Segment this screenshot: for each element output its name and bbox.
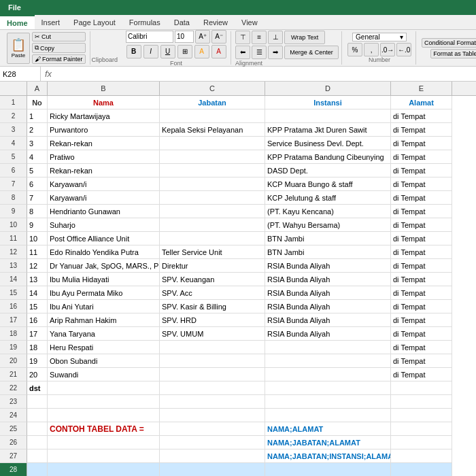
cell-r10-c4[interactable]: di Tempat — [391, 218, 452, 232]
row-header-9[interactable]: 9 — [0, 205, 27, 218]
align-right-button[interactable]: ➡ — [268, 46, 283, 59]
cell-r23-c1[interactable] — [48, 395, 160, 409]
cell-r24-c1[interactable] — [48, 409, 160, 422]
cell-r21-c1[interactable]: Suwandi — [48, 368, 160, 381]
cell-r12-c3[interactable]: BTN Jambi — [265, 245, 391, 259]
font-name-input[interactable] — [126, 31, 173, 43]
row-header-28[interactable]: 28 — [0, 463, 27, 476]
cell-r23-c3[interactable] — [265, 395, 391, 409]
cell-r2-c3[interactable] — [265, 109, 391, 123]
row-header-24[interactable]: 24 — [0, 409, 27, 422]
cell-r6-c0[interactable]: 5 — [27, 164, 48, 177]
cell-r10-c0[interactable]: 9 — [27, 218, 48, 232]
cell-r5-c3[interactable]: KPP Pratama Bandung Cibeunying — [265, 150, 391, 164]
row-header-4[interactable]: 4 — [0, 137, 27, 150]
cell-r16-c0[interactable]: 15 — [27, 300, 48, 313]
cell-r1-c0[interactable]: No — [27, 96, 48, 109]
cell-r2-c4[interactable]: di Tempat — [391, 109, 452, 123]
number-format-dropdown[interactable]: General ▾ — [352, 33, 407, 41]
conditional-formatting-button[interactable]: Conditional Formatting — [422, 38, 476, 48]
row-header-6[interactable]: 6 — [0, 164, 27, 177]
cell-r22-c3[interactable] — [265, 381, 391, 395]
cell-r13-c2[interactable]: Direktur — [160, 259, 265, 273]
col-header-d[interactable]: D — [265, 82, 391, 95]
row-header-3[interactable]: 3 — [0, 123, 27, 137]
cell-r19-c0[interactable]: 18 — [27, 341, 48, 354]
cell-r25-c4[interactable] — [391, 422, 452, 436]
cell-r26-c1[interactable] — [48, 436, 160, 449]
cell-r11-c0[interactable]: 10 — [27, 232, 48, 245]
tab-formulas[interactable]: Formulas — [122, 15, 167, 29]
tab-insert[interactable]: Insert — [35, 15, 67, 29]
cell-r1-c3[interactable]: Instansi — [265, 96, 391, 109]
row-header-10[interactable]: 10 — [0, 218, 27, 232]
cell-r18-c3[interactable]: RSIA Bunda Aliyah — [265, 327, 391, 341]
cell-r22-c4[interactable] — [391, 381, 452, 395]
cell-r19-c1[interactable]: Heru Respati — [48, 341, 160, 354]
cell-r9-c0[interactable]: 8 — [27, 205, 48, 218]
cell-r7-c4[interactable]: di Tempat — [391, 177, 452, 191]
cell-r1-c2[interactable]: Jabatan — [160, 96, 265, 109]
cell-r13-c1[interactable]: Dr Yanuar Jak, SpOG, MARS., PhD — [48, 259, 160, 273]
cell-r11-c2[interactable] — [160, 232, 265, 245]
cell-r15-c0[interactable]: 14 — [27, 286, 48, 300]
cell-r25-c0[interactable] — [27, 422, 48, 436]
cell-r18-c1[interactable]: Yana Taryana — [48, 327, 160, 341]
cell-r4-c3[interactable]: Service Business Devl. Dept. — [265, 137, 391, 150]
tab-view[interactable]: View — [235, 15, 265, 29]
cell-r7-c2[interactable] — [160, 177, 265, 191]
percent-button[interactable]: % — [347, 43, 362, 56]
bold-button[interactable]: B — [126, 45, 141, 58]
cell-r3-c3[interactable]: KPP Pratama Jkt Duren Sawit — [265, 123, 391, 137]
cell-reference-box[interactable]: K28 — [0, 67, 41, 81]
row-header-25[interactable]: 25 — [0, 422, 27, 436]
cell-r19-c4[interactable]: di Tempat — [391, 341, 452, 354]
cell-r27-c2[interactable] — [160, 449, 265, 463]
cell-r11-c3[interactable]: BTN Jambi — [265, 232, 391, 245]
cell-r15-c1[interactable]: Ibu Ayu Permata Miko — [48, 286, 160, 300]
row-header-26[interactable]: 26 — [0, 436, 27, 449]
cell-r6-c1[interactable]: Rekan-rekan — [48, 164, 160, 177]
cell-r24-c0[interactable] — [27, 409, 48, 422]
cell-r26-c4[interactable] — [391, 436, 452, 449]
cell-r17-c0[interactable]: 16 — [27, 313, 48, 327]
cell-r9-c2[interactable] — [160, 205, 265, 218]
wrap-text-button[interactable]: Wrap Text — [284, 31, 325, 44]
cell-r15-c3[interactable]: RSIA Bunda Aliyah — [265, 286, 391, 300]
cell-r21-c4[interactable]: di Tempat — [391, 368, 452, 381]
cell-r24-c4[interactable] — [391, 409, 452, 422]
cell-r25-c1[interactable]: CONTOH TABEL DATA = — [48, 422, 160, 436]
cell-r22-c0[interactable]: dst — [27, 381, 48, 395]
merge-center-button[interactable]: Merge & Center — [284, 46, 339, 59]
col-header-e[interactable]: E — [391, 82, 452, 95]
cell-r6-c3[interactable]: DASD Dept. — [265, 164, 391, 177]
cell-r26-c2[interactable] — [160, 436, 265, 449]
cell-r5-c2[interactable] — [160, 150, 265, 164]
cell-r27-c0[interactable] — [27, 449, 48, 463]
cell-r26-c0[interactable] — [27, 436, 48, 449]
cell-r23-c2[interactable] — [160, 395, 265, 409]
format-painter-button[interactable]: 🖌Format Painter — [32, 54, 86, 64]
cell-r8-c2[interactable] — [160, 191, 265, 205]
cell-r5-c0[interactable]: 4 — [27, 150, 48, 164]
row-header-1[interactable]: 1 — [0, 96, 27, 109]
cell-r9-c4[interactable]: di Tempat — [391, 205, 452, 218]
cell-r16-c4[interactable]: di Tempat — [391, 300, 452, 313]
cell-r20-c2[interactable] — [160, 354, 265, 368]
cell-r20-c0[interactable]: 19 — [27, 354, 48, 368]
row-header-23[interactable]: 23 — [0, 395, 27, 409]
cell-r14-c3[interactable]: RSIA Bunda Aliyah — [265, 273, 391, 286]
cell-r17-c1[interactable]: Arip Rahman Hakim — [48, 313, 160, 327]
cell-r4-c1[interactable]: Rekan-rekan — [48, 137, 160, 150]
cell-r9-c3[interactable]: (PT. Kayu Kencana) — [265, 205, 391, 218]
row-header-27[interactable]: 27 — [0, 449, 27, 463]
cell-r8-c3[interactable]: KCP Jelutung & staff — [265, 191, 391, 205]
cell-r23-c0[interactable] — [27, 395, 48, 409]
cell-r6-c4[interactable]: di Tempat — [391, 164, 452, 177]
cell-r9-c1[interactable]: Hendrianto Gunawan — [48, 205, 160, 218]
cell-r3-c0[interactable]: 2 — [27, 123, 48, 137]
formula-input[interactable] — [56, 67, 476, 81]
cell-r28-c4[interactable] — [391, 463, 452, 476]
cell-r14-c1[interactable]: Ibu Mulia Hidayati — [48, 273, 160, 286]
cell-r16-c3[interactable]: RSIA Bunda Aliyah — [265, 300, 391, 313]
